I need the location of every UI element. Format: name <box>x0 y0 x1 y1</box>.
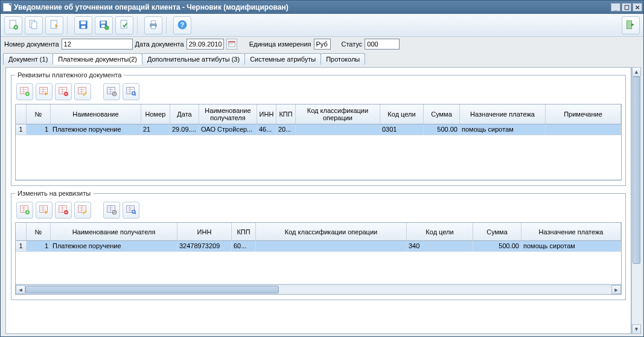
col-inn[interactable]: ИНН <box>257 104 276 124</box>
grid-filter-button[interactable] <box>123 202 139 219</box>
grid2-horizontal-scrollbar[interactable]: ◄ ► <box>16 284 621 294</box>
grid2-rowhead-corner <box>16 223 27 241</box>
cell-sum: 500.00 <box>473 241 521 252</box>
vertical-scrollbar[interactable]: ▲ ▼ <box>631 67 641 334</box>
grid-settings-button[interactable] <box>103 83 120 100</box>
scroll-track[interactable] <box>25 285 611 294</box>
col-goal[interactable]: Код цели <box>407 223 473 241</box>
col-kpp[interactable]: КПП <box>232 223 256 241</box>
print-icon <box>147 19 159 32</box>
copy-doc-button[interactable] <box>25 16 43 34</box>
doc-number-label: Номер документа <box>4 40 59 48</box>
cell-number: 21 <box>141 124 170 135</box>
col-name[interactable]: Наименование <box>51 104 141 124</box>
tab-extra-attrs[interactable]: Дополнительные аттибуты (3) <box>142 53 245 65</box>
col-kpp[interactable]: КПП <box>276 104 296 124</box>
grid-delete-icon <box>58 204 69 216</box>
col-opclass[interactable]: Код классификации операции <box>256 223 407 241</box>
tab-protocols[interactable]: Протоколы <box>320 53 365 65</box>
new-doc-button[interactable] <box>4 16 22 34</box>
table-row[interactable]: 1 1 Платежное поручение 21 29.09.... ОАО… <box>16 124 621 135</box>
scroll-track[interactable] <box>632 77 641 324</box>
grid-add-button[interactable] <box>16 202 33 219</box>
toolbar-separator <box>67 16 71 34</box>
save-as-button[interactable] <box>95 16 113 34</box>
save-button[interactable] <box>74 16 92 34</box>
help-icon: ? <box>176 19 188 32</box>
grid-settings-button[interactable] <box>103 202 120 219</box>
maximize-button[interactable]: ☐ <box>622 3 631 11</box>
group1-legend: Реквизиты платежного документа <box>15 71 124 79</box>
group2-toolbar <box>15 199 622 222</box>
col-num[interactable]: № <box>27 223 51 241</box>
document-icon <box>3 3 11 11</box>
save-ok-button[interactable] <box>115 16 133 34</box>
cell-opclass <box>256 241 407 252</box>
grid-empty-area <box>16 252 621 284</box>
close-button[interactable]: ✕ <box>633 3 642 11</box>
svg-rect-9 <box>101 21 106 24</box>
cell-recipient: ОАО Стройсер... <box>199 124 257 135</box>
col-num[interactable]: № <box>27 104 51 124</box>
col-sum[interactable]: Сумма <box>424 104 460 124</box>
status-input[interactable] <box>365 39 400 50</box>
grid-edit-icon <box>77 204 88 216</box>
help-button[interactable]: ? <box>173 16 191 34</box>
toolbar-separator <box>137 16 141 34</box>
grid-edit-icon <box>77 86 88 98</box>
doc-date-input[interactable] <box>187 39 224 50</box>
grid-filter-icon <box>126 204 136 216</box>
grid-add-button[interactable] <box>16 83 33 100</box>
table-row[interactable]: 1 1 Платежное поручение 32478973209 60..… <box>16 241 621 252</box>
minimize-button[interactable]: _ <box>611 3 620 11</box>
scroll-up-button[interactable]: ▲ <box>632 67 641 77</box>
grid-copy-button[interactable] <box>36 83 53 100</box>
scroll-right-button[interactable]: ► <box>611 285 621 294</box>
print-button[interactable] <box>144 16 162 34</box>
group2-legend: Изменить на реквизиты <box>15 190 93 197</box>
tab-system-attrs[interactable]: Системные атрибуты <box>244 53 321 65</box>
col-number[interactable]: Номер <box>141 104 170 124</box>
col-inn[interactable]: ИНН <box>177 223 232 241</box>
titlebar: Уведомление об уточнении операций клиент… <box>1 1 643 14</box>
calendar-icon <box>228 40 235 48</box>
scroll-down-button[interactable]: ▼ <box>632 324 641 334</box>
tab-document[interactable]: Документ (1) <box>3 53 53 65</box>
unit-input[interactable] <box>314 39 331 50</box>
window-title: Уведомление об уточнении операций клиент… <box>14 3 611 11</box>
content-area: Реквизиты платежного документа № Наимено… <box>1 65 643 336</box>
grid-filter-button[interactable] <box>123 83 139 100</box>
grid-edit-button[interactable] <box>74 83 91 100</box>
date-picker-button[interactable] <box>226 39 237 50</box>
svg-rect-20 <box>228 41 235 42</box>
exit-button[interactable] <box>622 16 640 34</box>
doc-number-input[interactable] <box>62 39 133 50</box>
col-date[interactable]: Дата <box>170 104 199 124</box>
col-sum[interactable]: Сумма <box>473 223 521 241</box>
col-opclass[interactable]: Код классификации операции <box>296 104 380 124</box>
svg-rect-29 <box>107 88 115 94</box>
svg-rect-6 <box>81 21 86 24</box>
new-doc-icon <box>7 19 19 32</box>
grid-delete-button[interactable] <box>55 202 72 219</box>
scroll-thumb[interactable] <box>633 77 640 264</box>
grid-copy-icon <box>39 86 49 98</box>
export-doc-icon <box>48 19 60 32</box>
export-doc-button[interactable] <box>45 16 63 34</box>
grid-edit-button[interactable] <box>74 202 91 219</box>
grid1: № Наименование Номер Дата Наименование п… <box>15 104 622 181</box>
grid1-header: № Наименование Номер Дата Наименование п… <box>16 104 621 124</box>
col-note[interactable]: Примечание <box>546 104 621 124</box>
scroll-left-button[interactable]: ◄ <box>16 285 25 294</box>
tab-payment-docs[interactable]: Платежные документы(2) <box>53 53 142 65</box>
grid-delete-button[interactable] <box>55 83 72 100</box>
col-purpose[interactable]: Назначение платежа <box>460 104 546 124</box>
col-recipient[interactable]: Наименование получателя <box>199 104 257 124</box>
row-index: 1 <box>16 241 27 252</box>
col-recipient[interactable]: Наименование получателя <box>51 223 177 241</box>
scroll-thumb[interactable] <box>25 286 279 294</box>
grid-add-icon <box>19 204 30 216</box>
col-goal[interactable]: Код цели <box>380 104 424 124</box>
grid-copy-button[interactable] <box>36 202 53 219</box>
col-purpose[interactable]: Назначение платежа <box>521 223 621 241</box>
